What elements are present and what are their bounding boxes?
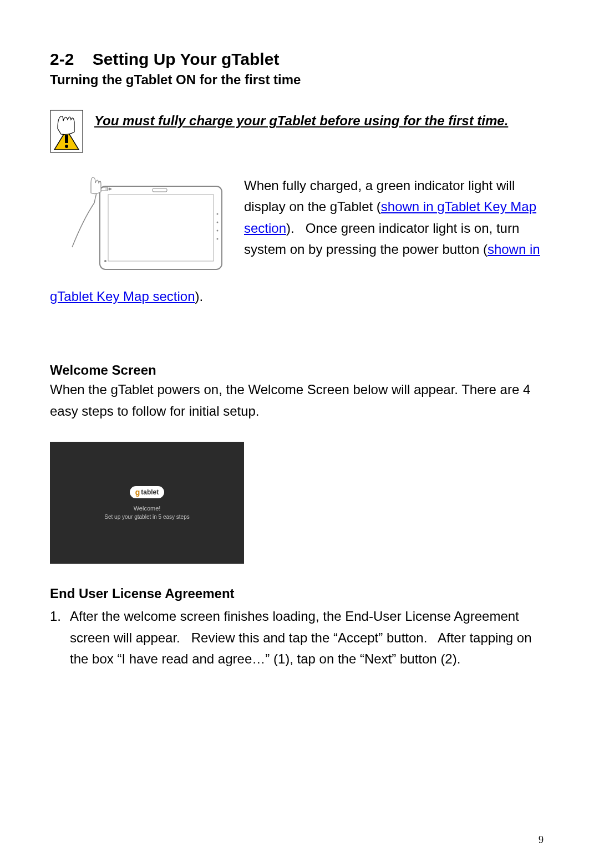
svg-rect-5 bbox=[108, 195, 214, 261]
welcome-label: Welcome! bbox=[134, 505, 161, 512]
key-map-link[interactable]: gTablet Key Map section bbox=[50, 289, 195, 304]
welcome-body: When the gTablet powers on, the Welcome … bbox=[50, 379, 549, 422]
charging-instructions: When fully charged, a green indicator li… bbox=[50, 175, 549, 275]
list-text: After the welcome screen finishes loadin… bbox=[70, 606, 549, 670]
svg-point-10 bbox=[217, 238, 219, 240]
section-number: 2-2 bbox=[50, 50, 74, 68]
tablet-illustration-icon bbox=[67, 175, 233, 275]
svg-rect-2 bbox=[65, 135, 68, 143]
list-item: 1. After the welcome screen finishes loa… bbox=[50, 606, 549, 670]
logo-tablet: tablet bbox=[141, 488, 159, 496]
section-subtitle: Turning the gTablet ON for the first tim… bbox=[50, 72, 549, 88]
svg-point-9 bbox=[217, 230, 219, 232]
logo-g: g bbox=[135, 488, 140, 497]
list-number: 1. bbox=[50, 606, 70, 670]
eula-heading: End User License Agreement bbox=[50, 586, 549, 601]
charging-text: When fully charged, a green indicator li… bbox=[244, 175, 549, 261]
document-page: 2-2 Setting Up Your gTablet Turning the … bbox=[0, 0, 599, 868]
text-part: ). bbox=[195, 289, 203, 304]
page-number: 9 bbox=[539, 834, 544, 846]
svg-point-8 bbox=[217, 222, 219, 223]
caution-hand-icon bbox=[50, 110, 83, 153]
charge-notice: You must fully charge your gTablet befor… bbox=[50, 110, 549, 153]
gtablet-logo: g tablet bbox=[130, 486, 165, 498]
charging-text-continuation: gTablet Key Map section). bbox=[50, 286, 549, 307]
key-map-link[interactable]: shown in bbox=[488, 242, 540, 257]
svg-point-3 bbox=[65, 145, 68, 148]
svg-point-11 bbox=[104, 260, 106, 262]
welcome-subtext: Set up your gtablet in 5 easy steps bbox=[104, 514, 189, 520]
section-heading: Setting Up Your gTablet bbox=[93, 50, 280, 68]
welcome-heading: Welcome Screen bbox=[50, 362, 549, 378]
section-title: 2-2 Setting Up Your gTablet bbox=[50, 50, 549, 69]
svg-point-7 bbox=[217, 213, 219, 215]
charge-notice-text: You must fully charge your gTablet befor… bbox=[94, 110, 508, 132]
welcome-screenshot: g tablet Welcome! Set up your gtablet in… bbox=[50, 442, 244, 564]
